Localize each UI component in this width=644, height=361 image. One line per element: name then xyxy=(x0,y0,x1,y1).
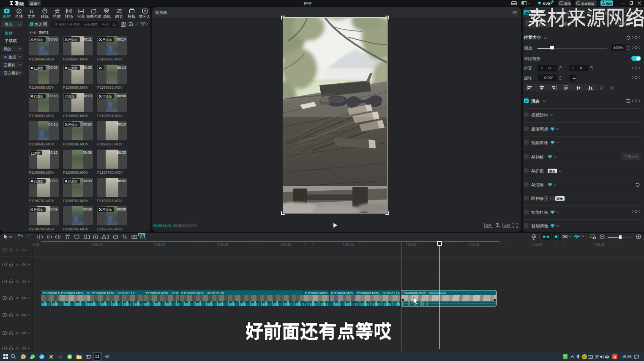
svg-text:09:12: 09:12 xyxy=(157,243,166,246)
svg-text:TI: TI xyxy=(29,8,34,14)
svg-text:9:08: 9:08 xyxy=(33,243,39,246)
svg-text:09:14: 09:14 xyxy=(220,243,229,246)
svg-text:09:22: 09:22 xyxy=(471,243,480,246)
svg-text:09:26: 09:26 xyxy=(596,243,605,246)
svg-text:09:16: 09:16 xyxy=(283,243,292,246)
svg-text:W: W xyxy=(59,355,63,359)
svg-text:09:10: 09:10 xyxy=(94,243,103,246)
svg-text:09:18: 09:18 xyxy=(345,243,354,246)
svg-text:09:24: 09:24 xyxy=(534,243,543,246)
svg-text:09:20: 09:20 xyxy=(408,243,417,246)
